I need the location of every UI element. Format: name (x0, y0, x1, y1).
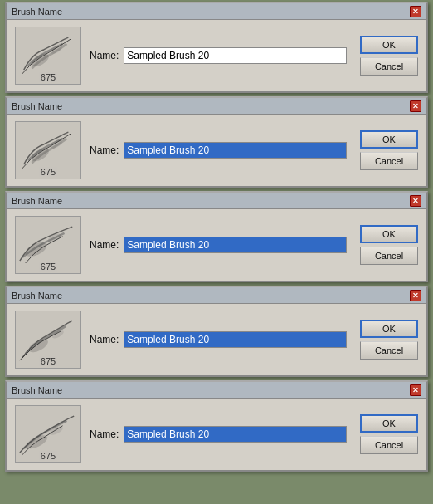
cancel-button-4[interactable]: Cancel (360, 341, 418, 360)
brush-name-dialog-1: Brush Name ✕ 675 Name: (5, 2, 428, 93)
close-button-2[interactable]: ✕ (410, 100, 421, 112)
dialog-body-4: 675 Name: OK Cancel (7, 304, 426, 375)
cancel-button-5[interactable]: Cancel (360, 436, 418, 454)
titlebar-2: Brush Name ✕ (7, 98, 426, 115)
dialog-title-1: Brush Name (12, 7, 62, 17)
cancel-button-2[interactable]: Cancel (360, 152, 418, 170)
dialog-title-3: Brush Name (12, 196, 62, 206)
close-button-3[interactable]: ✕ (410, 195, 421, 207)
name-section-2: Name: (90, 142, 347, 159)
titlebar-4: Brush Name ✕ (7, 287, 426, 304)
btn-group-3: OK Cancel (360, 225, 418, 265)
cancel-button-3[interactable]: Cancel (360, 247, 418, 265)
titlebar-3: Brush Name ✕ (7, 193, 426, 209)
name-row-4: Name: (90, 331, 347, 348)
name-row-5: Name: (90, 426, 347, 443)
name-label-5: Name: (90, 428, 119, 440)
brush-number-4: 675 (39, 356, 57, 366)
name-row-2: Name: (90, 142, 347, 159)
close-button-1[interactable]: ✕ (410, 6, 421, 17)
name-label-3: Name: (90, 239, 119, 251)
name-label-4: Name: (90, 334, 119, 345)
ok-button-5[interactable]: OK (360, 414, 418, 433)
name-label-2: Name: (90, 144, 119, 156)
name-input-5[interactable] (124, 426, 347, 443)
name-section-4: Name: (90, 331, 347, 348)
name-row-1: Name: (90, 47, 347, 64)
titlebar-5: Brush Name ✕ (7, 382, 426, 399)
name-section-1: Name: (90, 47, 347, 64)
close-button-4[interactable]: ✕ (410, 290, 421, 301)
name-input-1[interactable] (124, 47, 347, 64)
name-section-3: Name: (90, 237, 347, 253)
brush-preview-3: 675 (15, 216, 81, 274)
dialog-body-3: 675 Name: OK Cancel (7, 209, 426, 281)
dialog-stack: Brush Name ✕ 675 Name: (0, 0, 433, 473)
ok-button-4[interactable]: OK (360, 320, 418, 338)
brush-number-2: 675 (39, 167, 57, 177)
dialog-body-5: 675 Name: OK Cancel (7, 399, 426, 470)
brush-number-5: 675 (39, 451, 57, 461)
dialog-title-5: Brush Name (12, 385, 62, 395)
brush-preview-5: 675 (15, 405, 81, 463)
ok-button-1[interactable]: OK (360, 36, 418, 54)
btn-group-2: OK Cancel (360, 130, 418, 170)
brush-name-dialog-4: Brush Name ✕ 675 Name: (5, 286, 428, 377)
name-row-3: Name: (90, 237, 347, 253)
dialog-title-4: Brush Name (12, 291, 62, 301)
ok-button-3[interactable]: OK (360, 225, 418, 243)
ok-button-2[interactable]: OK (360, 130, 418, 149)
btn-group-5: OK Cancel (360, 414, 418, 454)
cancel-button-1[interactable]: Cancel (360, 57, 418, 76)
brush-name-dialog-5: Brush Name ✕ 675 Name: (5, 380, 428, 472)
brush-preview-1: 675 (15, 27, 81, 85)
titlebar-1: Brush Name ✕ (7, 3, 426, 20)
dialog-body-2: 675 Name: OK Cancel (7, 115, 426, 186)
dialog-body-1: 675 Name: OK Cancel (7, 20, 426, 91)
btn-group-4: OK Cancel (360, 320, 418, 360)
name-label-1: Name: (90, 50, 119, 61)
brush-name-dialog-2: Brush Name ✕ 675 Name: (5, 96, 428, 188)
close-button-5[interactable]: ✕ (410, 384, 421, 396)
name-section-5: Name: (90, 426, 347, 443)
name-input-2[interactable] (124, 142, 347, 159)
btn-group-1: OK Cancel (360, 36, 418, 76)
brush-preview-2: 675 (15, 121, 81, 179)
dialog-title-2: Brush Name (12, 101, 62, 111)
brush-preview-4: 675 (15, 311, 81, 369)
brush-number-1: 675 (39, 72, 57, 82)
brush-name-dialog-3: Brush Name ✕ 675 Name: (5, 191, 428, 282)
name-input-4[interactable] (124, 331, 347, 348)
brush-number-3: 675 (39, 262, 57, 272)
name-input-3[interactable] (124, 237, 347, 253)
